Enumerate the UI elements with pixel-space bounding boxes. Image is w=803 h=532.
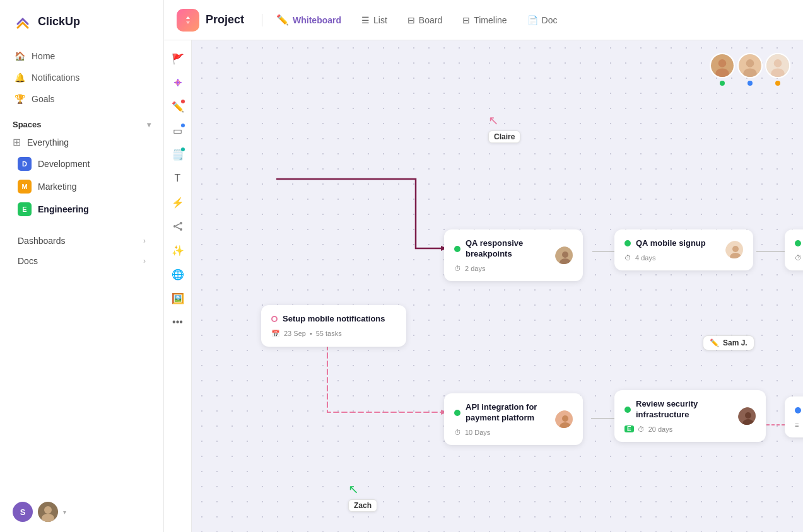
card-content: QA responsive breakpoints ⏱ 2 days xyxy=(454,238,573,272)
calendar-icon: 📅 xyxy=(271,330,280,338)
list-tab-icon: ☰ xyxy=(361,15,370,25)
text-tool[interactable]: T xyxy=(167,168,189,189)
timer-icon: ⏱ xyxy=(638,425,645,433)
tab-list[interactable]: ☰ List xyxy=(353,11,396,29)
qa-mobile-duration: 4 days xyxy=(635,254,655,262)
svg-line-7 xyxy=(176,227,180,229)
doc-tab-icon: 📄 xyxy=(527,15,538,25)
tab-doc[interactable]: 📄 Doc xyxy=(519,11,566,29)
collab-avatar-3 xyxy=(765,53,790,86)
card-setup-partial2[interactable]: Set up... ≡ 10 da... xyxy=(785,396,803,437)
svg-point-3 xyxy=(180,222,182,224)
development-avatar: D xyxy=(18,157,32,171)
chevron-right-icon: › xyxy=(143,257,146,265)
card-header: Setup n... xyxy=(795,238,803,249)
spaces-section-header: Spaces ▾ xyxy=(0,112,163,132)
card-setup-partial[interactable]: Setup n... ⏱ 3 da... xyxy=(785,229,803,270)
sidebar-item-dashboards[interactable]: Dashboards › xyxy=(5,231,158,251)
sidebar-item-home[interactable]: 🏠 Home xyxy=(8,45,156,67)
star-tool[interactable]: ✨ xyxy=(167,240,189,261)
api-duration: 10 Days xyxy=(465,429,490,436)
topbar: Project ✏️ Whiteboard ☰ List ⊟ Board ⊟ T… xyxy=(164,0,803,40)
rect-tool[interactable]: ▭ xyxy=(167,120,189,141)
app-logo: ClickUp xyxy=(0,0,163,43)
more-tools[interactable]: ••• xyxy=(167,311,189,333)
card-qa-mobile-signup[interactable]: QA mobile signup ⏱ 4 days xyxy=(614,229,753,270)
flag-tool[interactable]: 🚩 xyxy=(167,48,189,69)
svg-point-5 xyxy=(180,228,182,231)
zach-cursor: ↖ Zach xyxy=(348,482,377,512)
svg-point-0 xyxy=(44,506,52,514)
card-review-security[interactable]: Review security infrastructure E ⏱ 20 da… xyxy=(614,390,766,442)
engineering-label: Engineering xyxy=(38,204,89,214)
timer-icon: ⏱ xyxy=(454,429,461,436)
whiteboard-tab-label: Whiteboard xyxy=(293,15,341,25)
svg-point-37 xyxy=(745,412,751,419)
card-header: QA responsive breakpoints xyxy=(454,238,550,260)
grid-icon: ⊞ xyxy=(13,136,21,148)
image-tool[interactable]: 🖼️ xyxy=(167,287,189,309)
svg-point-1 xyxy=(42,514,54,522)
chevron-down-icon[interactable]: ▾ xyxy=(147,120,151,129)
everything-label: Everything xyxy=(27,137,69,147)
card-title-security: Review security infrastructure xyxy=(636,399,733,420)
trophy-icon: 🏆 xyxy=(14,93,25,105)
status-dot-blue xyxy=(795,407,801,413)
sidebar-item-engineering[interactable]: E Engineering xyxy=(5,198,158,221)
status-dot xyxy=(795,240,801,246)
card-text: Review security infrastructure E ⏱ 20 da… xyxy=(624,399,733,433)
claire-cursor-label: Claire xyxy=(488,130,520,143)
bell-icon: 🔔 xyxy=(14,72,25,83)
pencil-icon: ✏️ xyxy=(710,338,719,347)
card-api-integration[interactable]: API integration for payment platform ⏱ 1… xyxy=(444,393,583,445)
sidebar-item-marketing[interactable]: M Marketing xyxy=(5,175,158,198)
claire-cursor: ↖ Claire xyxy=(488,113,520,143)
tab-whiteboard[interactable]: ✏️ Whiteboard xyxy=(267,10,350,30)
collab-avatar-2 xyxy=(737,53,763,86)
avatar-2-indicator xyxy=(747,81,753,86)
avatar-3 xyxy=(765,53,790,78)
sam-name: Sam J. xyxy=(723,338,747,347)
card-meta: ⏱ 3 da... xyxy=(795,254,803,262)
security-duration: 20 days xyxy=(648,425,673,433)
globe-tool[interactable]: 🌐 xyxy=(167,263,189,285)
note-tool[interactable]: 🗒️ xyxy=(167,144,189,165)
timer-icon: ⏱ xyxy=(624,254,631,262)
sidebar-item-docs[interactable]: Docs › xyxy=(5,251,158,271)
avatar-3-indicator xyxy=(775,81,780,86)
pen-tool[interactable]: ✏️ xyxy=(167,96,189,117)
whiteboard-canvas[interactable]: 🚩 ✏️ ▭ 🗒️ T ⚡ ✨ 🌐 🖼️ xyxy=(164,40,803,532)
sidebar-item-everything[interactable]: ⊞ Everything xyxy=(0,132,163,153)
card-title-setup-mobile: Setup mobile notifications xyxy=(283,314,385,325)
card-text: QA responsive breakpoints ⏱ 2 days xyxy=(454,238,550,272)
card-setup-mobile[interactable]: Setup mobile notifications 📅 23 Sep • 55… xyxy=(261,305,406,347)
whiteboard-tab-icon: ✏️ xyxy=(276,14,289,26)
sidebar-item-goals[interactable]: 🏆 Goals xyxy=(8,88,156,110)
doc-tab-label: Doc xyxy=(542,15,558,25)
cursor-arrow-zach-icon: ↖ xyxy=(348,482,359,497)
spaces-label: Spaces xyxy=(13,120,42,129)
timeline-tab-label: Timeline xyxy=(474,15,507,25)
user-initial-avatar: S xyxy=(13,502,33,522)
project-title: Project xyxy=(206,13,244,26)
card-text: API integration for payment platform ⏱ 1… xyxy=(454,402,550,436)
svg-line-6 xyxy=(176,224,180,226)
card-qa-responsive[interactable]: QA responsive breakpoints ⏱ 2 days xyxy=(444,229,583,281)
svg-point-23 xyxy=(743,69,757,79)
sidebar-item-notifications[interactable]: 🔔 Notifications xyxy=(8,67,156,88)
user-profile[interactable]: S ▾ xyxy=(0,492,163,532)
tab-board[interactable]: ⊟ Board xyxy=(399,11,451,29)
qa-mobile-avatar xyxy=(725,241,743,258)
card-content: QA mobile signup ⏱ 4 days xyxy=(624,238,743,262)
security-avatar xyxy=(738,407,756,425)
avatar-2 xyxy=(737,53,763,78)
sidebar: ClickUp 🏠 Home 🔔 Notifications 🏆 Goals S… xyxy=(0,0,164,532)
main-area: Project ✏️ Whiteboard ☰ List ⊟ Board ⊟ T… xyxy=(164,0,803,532)
tab-timeline[interactable]: ⊟ Timeline xyxy=(454,11,515,29)
lightning-tool[interactable]: ⚡ xyxy=(167,192,189,213)
ai-tool[interactable] xyxy=(167,72,189,93)
share-tool[interactable] xyxy=(167,216,189,237)
card-title-qa-responsive: QA responsive breakpoints xyxy=(466,238,550,260)
sidebar-item-development[interactable]: D Development xyxy=(5,153,158,175)
card-header: Set up... xyxy=(795,405,803,416)
